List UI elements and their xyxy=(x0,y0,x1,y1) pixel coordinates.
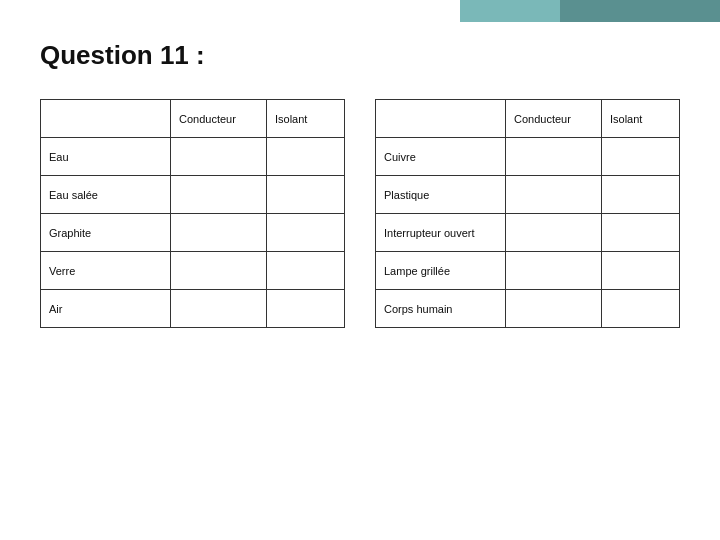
left-row-1-conducteur xyxy=(170,176,266,214)
left-row-4-label: Air xyxy=(41,290,171,328)
left-row-3-label: Verre xyxy=(41,252,171,290)
table-left: Conducteur Isolant Eau Eau salée xyxy=(40,99,345,328)
right-row-2-label: Interrupteur ouvert xyxy=(376,214,506,252)
right-header-empty xyxy=(376,100,506,138)
right-row-0-conducteur xyxy=(505,138,601,176)
tables-container: Conducteur Isolant Eau Eau salée xyxy=(40,99,680,328)
left-row-2-conducteur xyxy=(170,214,266,252)
page-content: Question 11 : Conducteur Isolant Eau xyxy=(0,0,720,348)
right-row-3-label: Lampe grillée xyxy=(376,252,506,290)
right-row-4-isolant xyxy=(601,290,679,328)
table-row: Air xyxy=(41,290,345,328)
top-bar-decoration xyxy=(460,0,720,22)
left-row-2-isolant xyxy=(266,214,344,252)
right-row-2-conducteur xyxy=(505,214,601,252)
left-row-1-isolant xyxy=(266,176,344,214)
left-row-3-isolant xyxy=(266,252,344,290)
right-row-2-isolant xyxy=(601,214,679,252)
table-row: Interrupteur ouvert xyxy=(376,214,680,252)
right-row-0-isolant xyxy=(601,138,679,176)
right-table: Conducteur Isolant Cuivre Plastique xyxy=(375,99,680,328)
left-row-4-isolant xyxy=(266,290,344,328)
table-row: Cuivre xyxy=(376,138,680,176)
table-row: Eau xyxy=(41,138,345,176)
top-bar-inner xyxy=(560,0,720,22)
left-row-4-conducteur xyxy=(170,290,266,328)
left-row-0-label: Eau xyxy=(41,138,171,176)
right-table-header-row: Conducteur Isolant xyxy=(376,100,680,138)
table-row: Corps humain xyxy=(376,290,680,328)
right-row-1-conducteur xyxy=(505,176,601,214)
left-table-header-row: Conducteur Isolant xyxy=(41,100,345,138)
left-header-conducteur: Conducteur xyxy=(170,100,266,138)
table-row: Graphite xyxy=(41,214,345,252)
left-header-isolant: Isolant xyxy=(266,100,344,138)
question-title: Question 11 : xyxy=(40,40,680,71)
right-row-1-isolant xyxy=(601,176,679,214)
right-row-3-conducteur xyxy=(505,252,601,290)
table-row: Verre xyxy=(41,252,345,290)
left-row-3-conducteur xyxy=(170,252,266,290)
right-row-0-label: Cuivre xyxy=(376,138,506,176)
table-right: Conducteur Isolant Cuivre Plastique xyxy=(375,99,680,328)
right-row-4-label: Corps humain xyxy=(376,290,506,328)
left-row-0-conducteur xyxy=(170,138,266,176)
left-table: Conducteur Isolant Eau Eau salée xyxy=(40,99,345,328)
right-header-conducteur: Conducteur xyxy=(505,100,601,138)
right-row-3-isolant xyxy=(601,252,679,290)
right-header-isolant: Isolant xyxy=(601,100,679,138)
left-row-0-isolant xyxy=(266,138,344,176)
left-header-empty xyxy=(41,100,171,138)
right-row-1-label: Plastique xyxy=(376,176,506,214)
table-row: Plastique xyxy=(376,176,680,214)
table-row: Eau salée xyxy=(41,176,345,214)
left-row-1-label: Eau salée xyxy=(41,176,171,214)
table-row: Lampe grillée xyxy=(376,252,680,290)
right-row-4-conducteur xyxy=(505,290,601,328)
left-row-2-label: Graphite xyxy=(41,214,171,252)
